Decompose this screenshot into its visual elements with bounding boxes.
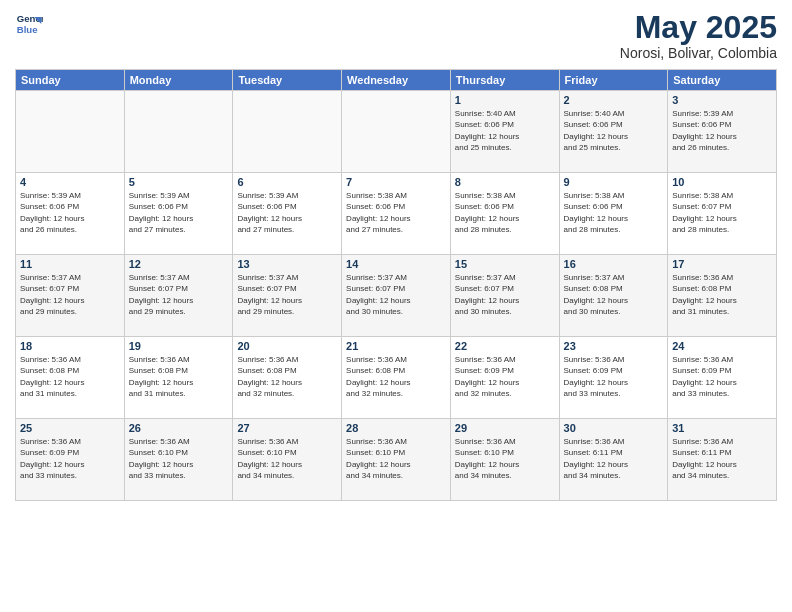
day-cell-24: 24Sunrise: 5:36 AM Sunset: 6:09 PM Dayli…: [668, 337, 777, 419]
day-details: Sunrise: 5:36 AM Sunset: 6:08 PM Dayligh…: [672, 272, 772, 317]
day-cell-19: 19Sunrise: 5:36 AM Sunset: 6:08 PM Dayli…: [124, 337, 233, 419]
day-number: 2: [564, 94, 664, 106]
svg-text:Blue: Blue: [17, 24, 38, 35]
calendar-table: SundayMondayTuesdayWednesdayThursdayFrid…: [15, 69, 777, 501]
day-cell-13: 13Sunrise: 5:37 AM Sunset: 6:07 PM Dayli…: [233, 255, 342, 337]
day-number: 16: [564, 258, 664, 270]
day-number: 30: [564, 422, 664, 434]
day-cell-27: 27Sunrise: 5:36 AM Sunset: 6:10 PM Dayli…: [233, 419, 342, 501]
day-details: Sunrise: 5:37 AM Sunset: 6:07 PM Dayligh…: [455, 272, 555, 317]
day-cell-16: 16Sunrise: 5:37 AM Sunset: 6:08 PM Dayli…: [559, 255, 668, 337]
day-number: 7: [346, 176, 446, 188]
day-number: 20: [237, 340, 337, 352]
day-header-friday: Friday: [559, 70, 668, 91]
day-number: 13: [237, 258, 337, 270]
day-cell-1: 1Sunrise: 5:40 AM Sunset: 6:06 PM Daylig…: [450, 91, 559, 173]
day-cell-17: 17Sunrise: 5:36 AM Sunset: 6:08 PM Dayli…: [668, 255, 777, 337]
day-number: 27: [237, 422, 337, 434]
day-number: 22: [455, 340, 555, 352]
day-details: Sunrise: 5:40 AM Sunset: 6:06 PM Dayligh…: [455, 108, 555, 153]
day-cell-3: 3Sunrise: 5:39 AM Sunset: 6:06 PM Daylig…: [668, 91, 777, 173]
day-number: 18: [20, 340, 120, 352]
day-cell-4: 4Sunrise: 5:39 AM Sunset: 6:06 PM Daylig…: [16, 173, 125, 255]
empty-cell: [124, 91, 233, 173]
day-number: 19: [129, 340, 229, 352]
day-cell-5: 5Sunrise: 5:39 AM Sunset: 6:06 PM Daylig…: [124, 173, 233, 255]
day-cell-26: 26Sunrise: 5:36 AM Sunset: 6:10 PM Dayli…: [124, 419, 233, 501]
day-number: 14: [346, 258, 446, 270]
day-details: Sunrise: 5:36 AM Sunset: 6:10 PM Dayligh…: [129, 436, 229, 481]
day-cell-2: 2Sunrise: 5:40 AM Sunset: 6:06 PM Daylig…: [559, 91, 668, 173]
empty-cell: [342, 91, 451, 173]
day-number: 1: [455, 94, 555, 106]
day-header-sunday: Sunday: [16, 70, 125, 91]
day-details: Sunrise: 5:36 AM Sunset: 6:10 PM Dayligh…: [237, 436, 337, 481]
day-details: Sunrise: 5:38 AM Sunset: 6:06 PM Dayligh…: [346, 190, 446, 235]
day-number: 6: [237, 176, 337, 188]
day-details: Sunrise: 5:37 AM Sunset: 6:08 PM Dayligh…: [564, 272, 664, 317]
day-number: 21: [346, 340, 446, 352]
day-cell-22: 22Sunrise: 5:36 AM Sunset: 6:09 PM Dayli…: [450, 337, 559, 419]
day-details: Sunrise: 5:37 AM Sunset: 6:07 PM Dayligh…: [237, 272, 337, 317]
day-details: Sunrise: 5:36 AM Sunset: 6:08 PM Dayligh…: [129, 354, 229, 399]
days-header-row: SundayMondayTuesdayWednesdayThursdayFrid…: [16, 70, 777, 91]
week-row-5: 25Sunrise: 5:36 AM Sunset: 6:09 PM Dayli…: [16, 419, 777, 501]
day-number: 25: [20, 422, 120, 434]
day-number: 9: [564, 176, 664, 188]
day-number: 24: [672, 340, 772, 352]
day-header-saturday: Saturday: [668, 70, 777, 91]
week-row-4: 18Sunrise: 5:36 AM Sunset: 6:08 PM Dayli…: [16, 337, 777, 419]
day-cell-28: 28Sunrise: 5:36 AM Sunset: 6:10 PM Dayli…: [342, 419, 451, 501]
day-details: Sunrise: 5:36 AM Sunset: 6:08 PM Dayligh…: [346, 354, 446, 399]
day-number: 10: [672, 176, 772, 188]
day-cell-8: 8Sunrise: 5:38 AM Sunset: 6:06 PM Daylig…: [450, 173, 559, 255]
title-block: May 2025 Norosi, Bolivar, Colombia: [620, 10, 777, 61]
day-number: 11: [20, 258, 120, 270]
empty-cell: [233, 91, 342, 173]
day-number: 23: [564, 340, 664, 352]
day-details: Sunrise: 5:36 AM Sunset: 6:09 PM Dayligh…: [20, 436, 120, 481]
day-number: 12: [129, 258, 229, 270]
day-details: Sunrise: 5:36 AM Sunset: 6:09 PM Dayligh…: [564, 354, 664, 399]
day-cell-7: 7Sunrise: 5:38 AM Sunset: 6:06 PM Daylig…: [342, 173, 451, 255]
day-number: 28: [346, 422, 446, 434]
week-row-1: 1Sunrise: 5:40 AM Sunset: 6:06 PM Daylig…: [16, 91, 777, 173]
day-details: Sunrise: 5:36 AM Sunset: 6:11 PM Dayligh…: [564, 436, 664, 481]
day-details: Sunrise: 5:36 AM Sunset: 6:10 PM Dayligh…: [455, 436, 555, 481]
day-cell-6: 6Sunrise: 5:39 AM Sunset: 6:06 PM Daylig…: [233, 173, 342, 255]
day-number: 3: [672, 94, 772, 106]
day-cell-12: 12Sunrise: 5:37 AM Sunset: 6:07 PM Dayli…: [124, 255, 233, 337]
day-header-tuesday: Tuesday: [233, 70, 342, 91]
day-cell-9: 9Sunrise: 5:38 AM Sunset: 6:06 PM Daylig…: [559, 173, 668, 255]
day-details: Sunrise: 5:36 AM Sunset: 6:10 PM Dayligh…: [346, 436, 446, 481]
day-number: 29: [455, 422, 555, 434]
day-details: Sunrise: 5:36 AM Sunset: 6:08 PM Dayligh…: [20, 354, 120, 399]
day-details: Sunrise: 5:40 AM Sunset: 6:06 PM Dayligh…: [564, 108, 664, 153]
day-details: Sunrise: 5:37 AM Sunset: 6:07 PM Dayligh…: [20, 272, 120, 317]
logo: General Blue: [15, 10, 43, 38]
day-details: Sunrise: 5:39 AM Sunset: 6:06 PM Dayligh…: [20, 190, 120, 235]
day-cell-20: 20Sunrise: 5:36 AM Sunset: 6:08 PM Dayli…: [233, 337, 342, 419]
day-number: 15: [455, 258, 555, 270]
day-cell-15: 15Sunrise: 5:37 AM Sunset: 6:07 PM Dayli…: [450, 255, 559, 337]
day-number: 4: [20, 176, 120, 188]
day-details: Sunrise: 5:36 AM Sunset: 6:11 PM Dayligh…: [672, 436, 772, 481]
day-cell-29: 29Sunrise: 5:36 AM Sunset: 6:10 PM Dayli…: [450, 419, 559, 501]
day-details: Sunrise: 5:39 AM Sunset: 6:06 PM Dayligh…: [672, 108, 772, 153]
page: General Blue May 2025 Norosi, Bolivar, C…: [0, 0, 792, 612]
week-row-2: 4Sunrise: 5:39 AM Sunset: 6:06 PM Daylig…: [16, 173, 777, 255]
day-cell-18: 18Sunrise: 5:36 AM Sunset: 6:08 PM Dayli…: [16, 337, 125, 419]
day-details: Sunrise: 5:38 AM Sunset: 6:06 PM Dayligh…: [564, 190, 664, 235]
day-cell-10: 10Sunrise: 5:38 AM Sunset: 6:07 PM Dayli…: [668, 173, 777, 255]
day-number: 17: [672, 258, 772, 270]
day-header-wednesday: Wednesday: [342, 70, 451, 91]
day-details: Sunrise: 5:39 AM Sunset: 6:06 PM Dayligh…: [237, 190, 337, 235]
day-details: Sunrise: 5:37 AM Sunset: 6:07 PM Dayligh…: [129, 272, 229, 317]
day-cell-11: 11Sunrise: 5:37 AM Sunset: 6:07 PM Dayli…: [16, 255, 125, 337]
calendar-title: May 2025: [620, 10, 777, 45]
day-cell-25: 25Sunrise: 5:36 AM Sunset: 6:09 PM Dayli…: [16, 419, 125, 501]
day-header-thursday: Thursday: [450, 70, 559, 91]
day-header-monday: Monday: [124, 70, 233, 91]
header: General Blue May 2025 Norosi, Bolivar, C…: [15, 10, 777, 61]
day-cell-30: 30Sunrise: 5:36 AM Sunset: 6:11 PM Dayli…: [559, 419, 668, 501]
